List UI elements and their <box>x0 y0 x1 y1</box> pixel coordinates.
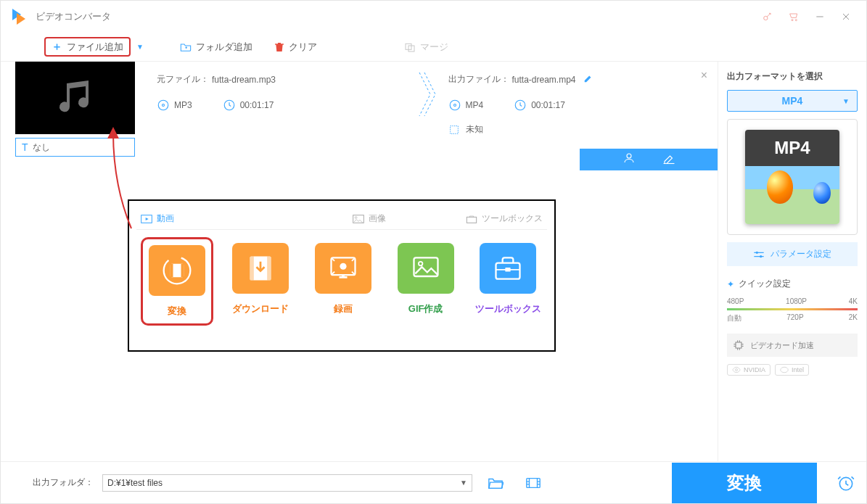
add-file-button[interactable]: ＋ ファイル追加 <box>44 37 131 57</box>
source-file-panel: 元ファイル： futta-dream.mp3 MP3 00:01:17 <box>135 62 427 156</box>
trash-icon <box>274 41 284 53</box>
card-toolbox[interactable]: ツールボックス <box>473 243 543 326</box>
format-select-value: MP4 <box>782 95 803 107</box>
chevron-divider-icon <box>416 69 437 120</box>
source-duration: 00:01:17 <box>240 100 274 110</box>
svg-point-37 <box>781 367 789 373</box>
app-title: ビデオコンバータ <box>36 10 755 23</box>
title-value: なし <box>33 141 50 154</box>
svg-rect-24 <box>268 257 272 281</box>
svg-rect-23 <box>250 257 255 281</box>
format-preview: MP4 <box>727 119 858 235</box>
svg-point-36 <box>736 369 738 371</box>
svg-rect-12 <box>450 125 458 133</box>
film-folder-button[interactable] <box>519 468 548 497</box>
res-4k: 4K <box>849 297 858 305</box>
card-gif[interactable]: GIF作成 <box>391 243 461 326</box>
person-tab[interactable] <box>622 152 636 168</box>
resolution-slider[interactable]: 480P 1080P 4K 自動 720P 2K <box>727 297 858 326</box>
output-folder-label: 出力フォルダ： <box>33 476 94 489</box>
add-file-label: ファイル追加 <box>67 41 123 54</box>
gif-icon <box>398 243 454 294</box>
svg-rect-35 <box>736 342 741 348</box>
svg-point-0 <box>764 16 768 20</box>
output-file-panel: 出力ファイル： futta-dream.mp4 MP4 <box>427 62 718 156</box>
hw-accel-label: ビデオカード加速 <box>750 340 814 351</box>
format-disc-icon <box>157 99 170 112</box>
close-button[interactable] <box>833 5 859 28</box>
merge-button[interactable]: マージ <box>404 41 448 54</box>
briefcase-icon <box>480 243 536 294</box>
output-filename: futta-dream.mp4 <box>512 75 576 85</box>
mode-popup: 動画 画像 ツールボックス <box>128 199 556 352</box>
right-panel: 出力フォーマットを選択 MP4 ▼ MP4 パラメータ設定 クイック設定 4 <box>718 62 866 461</box>
output-format-title: 出力フォーマットを選択 <box>727 70 858 83</box>
nvidia-badge: NVIDIA <box>727 364 771 376</box>
svg-point-16 <box>355 216 357 218</box>
edit-filename-button[interactable] <box>583 73 593 86</box>
gpu-badges: NVIDIA Intel <box>727 364 858 376</box>
format-select[interactable]: MP4 ▼ <box>727 90 858 112</box>
sliders-icon <box>753 250 765 259</box>
card-record[interactable]: 録画 <box>308 243 378 326</box>
card-download[interactable]: ダウンロード <box>226 243 296 326</box>
toolbar: ＋ ファイル追加 ▼ フォルダ追加 クリア マージ <box>1 33 866 62</box>
source-label: 元ファイル： <box>157 73 209 86</box>
res-auto: 自動 <box>727 313 741 323</box>
popup-tab-toolbox[interactable]: ツールボックス <box>466 212 543 225</box>
app-logo <box>12 9 28 25</box>
plus-icon: ＋ <box>52 40 62 54</box>
svg-rect-3 <box>275 44 284 44</box>
svg-rect-38 <box>527 478 540 487</box>
popup-tab-video[interactable]: 動画 <box>141 212 174 225</box>
quick-settings-title: クイック設定 <box>727 278 858 290</box>
titlebar: ビデオコンバータ <box>1 1 866 33</box>
eye-icon <box>732 366 741 373</box>
clear-label: クリア <box>289 41 317 54</box>
popup-tab-image[interactable]: 画像 <box>353 212 386 225</box>
chevron-down-icon: ▼ <box>460 479 467 487</box>
key-icon[interactable] <box>755 5 781 28</box>
remove-file-button[interactable]: × <box>701 69 707 82</box>
format-badge: MP4 <box>745 130 839 166</box>
text-icon: T <box>22 141 28 153</box>
add-folder-label: フォルダ追加 <box>196 41 252 54</box>
file-row: T なし 元ファイル： futta-dream.mp3 MP3 <box>1 62 718 156</box>
svg-rect-29 <box>414 257 437 276</box>
clear-button[interactable]: クリア <box>274 41 317 54</box>
output-folder-select[interactable]: D:¥1¥test files ▼ <box>102 474 472 492</box>
svg-point-26 <box>340 263 346 270</box>
output-duration: 00:01:17 <box>531 100 565 110</box>
schedule-button[interactable] <box>826 463 866 503</box>
video-icon <box>141 214 152 224</box>
card-convert[interactable]: 変換 <box>141 237 213 326</box>
svg-rect-28 <box>342 275 345 278</box>
popup-tab-video-label: 動画 <box>157 212 174 225</box>
file-thumbnail[interactable] <box>15 62 135 134</box>
minimize-button[interactable] <box>807 5 833 28</box>
add-file-dropdown-caret[interactable]: ▼ <box>136 43 144 51</box>
music-note-icon <box>54 76 97 120</box>
cart-icon[interactable] <box>781 5 807 28</box>
clock-icon <box>223 99 236 112</box>
parameter-settings-button[interactable]: パラメータ設定 <box>727 242 858 266</box>
svg-point-13 <box>627 154 631 158</box>
svg-rect-21 <box>181 264 184 277</box>
card-record-label: 録画 <box>334 302 353 315</box>
format-disc-icon <box>448 99 461 112</box>
edit-tab[interactable] <box>662 152 675 168</box>
card-download-label: ダウンロード <box>232 302 289 315</box>
svg-point-1 <box>792 20 793 21</box>
add-folder-button[interactable]: フォルダ追加 <box>180 41 252 54</box>
res-720p: 720P <box>786 313 803 323</box>
folder-plus-icon <box>180 42 192 52</box>
format-preview-image <box>745 166 839 224</box>
title-input[interactable]: T なし <box>15 138 135 157</box>
svg-point-34 <box>760 255 762 257</box>
open-folder-button[interactable] <box>481 468 510 497</box>
folder-open-icon <box>488 476 504 490</box>
svg-point-10 <box>453 104 456 107</box>
convert-button[interactable]: 変換 <box>672 463 817 503</box>
bottom-bar: 出力フォルダ： D:¥1¥test files ▼ 変換 <box>1 461 866 503</box>
hw-accel-button[interactable]: ビデオカード加速 <box>727 334 858 357</box>
